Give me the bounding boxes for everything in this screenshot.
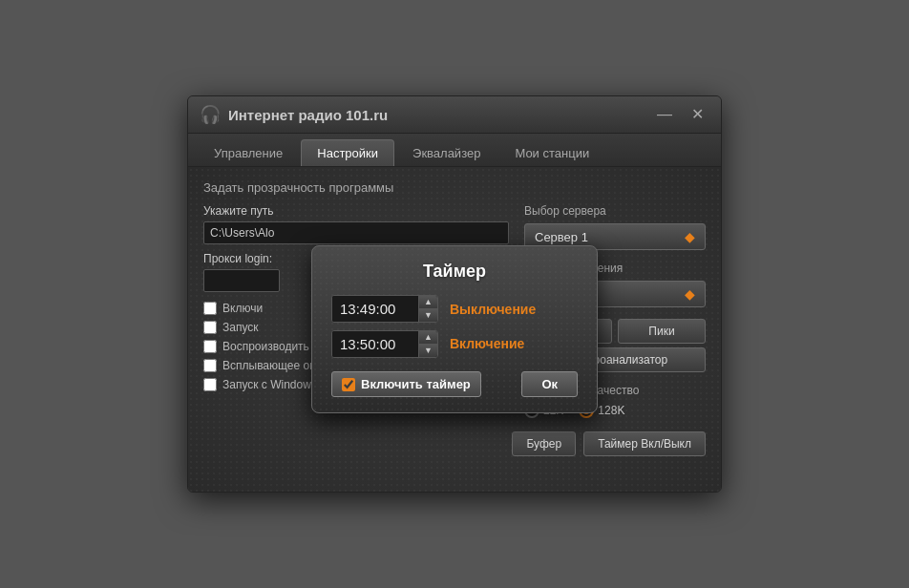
content-area: Задать прозрачность программы Укажите пу… [188, 167, 721, 492]
timer-label-column: Выключение Включение [450, 295, 536, 358]
timer-dialog-title: Таймер [331, 262, 578, 282]
spin-down-1[interactable]: ▼ [419, 308, 437, 322]
tab-my-stations[interactable]: Мои станции [498, 139, 605, 166]
time-input-2-wrap: ▲ ▼ [331, 330, 438, 358]
title-bar-left: 🎧 Интернет радио 101.ru [200, 104, 388, 125]
timer-action-label-1: Выключение [450, 296, 536, 323]
spin-btns-1: ▲ ▼ [418, 296, 437, 322]
timer-dialog: Таймер ▲ ▼ [311, 245, 598, 413]
enable-timer-label: Включить таймер [361, 377, 471, 391]
enable-timer-checkbox[interactable] [342, 378, 355, 391]
title-bar: 🎧 Интернет радио 101.ru — ✕ [188, 96, 721, 134]
minimize-button[interactable]: — [651, 105, 678, 124]
headphone-icon: 🎧 [200, 104, 221, 125]
timer-ok-button[interactable]: Ок [521, 371, 578, 397]
tab-settings[interactable]: Настройки [301, 139, 394, 166]
timer-bottom: Включить таймер Ок [331, 371, 578, 397]
spin-up-2[interactable]: ▲ [419, 331, 437, 344]
close-button[interactable]: ✕ [686, 105, 709, 124]
dialog-overlay: Таймер ▲ ▼ [188, 167, 721, 492]
tab-management[interactable]: Управление [198, 139, 299, 166]
enable-timer-wrap[interactable]: Включить таймер [331, 371, 481, 397]
timer-action-label-2: Включение [450, 330, 536, 357]
tab-equalizer[interactable]: Эквалайзер [396, 139, 497, 166]
time-input-2[interactable] [332, 331, 418, 357]
spin-down-2[interactable]: ▼ [419, 344, 437, 357]
time-input-1[interactable] [332, 296, 418, 322]
window-title: Интернет радио 101.ru [228, 107, 388, 123]
timer-time-column: ▲ ▼ ▲ ▼ [331, 295, 438, 358]
spin-up-1[interactable]: ▲ [419, 296, 437, 308]
tab-bar: Управление Настройки Эквалайзер Мои стан… [188, 134, 721, 167]
time-input-1-wrap: ▲ ▼ [331, 295, 438, 323]
app-window: 🎧 Интернет радио 101.ru — ✕ Управление Н… [187, 95, 722, 493]
timer-dialog-inner: Таймер ▲ ▼ [331, 262, 578, 397]
title-bar-controls: — ✕ [651, 105, 709, 124]
spin-btns-2: ▲ ▼ [418, 331, 437, 357]
timer-rows: ▲ ▼ ▲ ▼ [331, 295, 578, 358]
